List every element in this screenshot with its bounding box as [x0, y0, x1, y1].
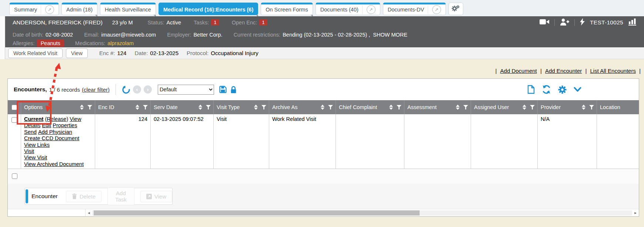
filter-icon[interactable]: [328, 105, 333, 109]
header-cell-location[interactable]: Location: [597, 100, 639, 114]
medications-label: Medications:: [75, 40, 105, 46]
option-visit-link[interactable]: Visit: [24, 148, 34, 154]
option-view-link[interactable]: View: [70, 116, 81, 122]
open-enc-label: Open Enc:: [232, 20, 257, 26]
add-document-link[interactable]: Add Document: [500, 68, 537, 74]
divider: [554, 19, 555, 26]
option-view-links-link[interactable]: View Links: [24, 142, 50, 148]
header-cell-enc-id[interactable]: Enc ID: [95, 100, 151, 114]
option-release-link[interactable]: (Release): [45, 116, 68, 122]
header-icons: [198, 105, 211, 110]
open-enc-badge[interactable]: 1: [259, 19, 267, 26]
sort-icon[interactable]: [456, 105, 460, 110]
bar-chart-icon[interactable]: [628, 18, 637, 27]
sort-icon[interactable]: [254, 105, 258, 110]
status-value: Active: [167, 20, 181, 26]
save-view-icon[interactable]: [219, 86, 227, 93]
show-more-link[interactable]: SHOW MORE: [373, 32, 407, 38]
restrictions-value: Bending (02-13-2025 - 02-28-2025) ,: [283, 32, 370, 38]
tab-admin[interactable]: Admin (18): [61, 3, 97, 15]
sort-icon[interactable]: [136, 105, 139, 110]
filter-icon[interactable]: [589, 105, 594, 109]
chevron-right-icon[interactable]: ›: [144, 85, 152, 94]
option-view-archived-link[interactable]: View Archived Document: [24, 161, 84, 167]
option-details-link[interactable]: Details: [24, 122, 40, 128]
header-cell-archive-as[interactable]: Archive As: [269, 100, 336, 114]
tab-on-screen-forms[interactable]: On Screen Forms: [261, 3, 313, 15]
tab-summary[interactable]: Summary ↗: [9, 3, 59, 15]
filter-icon[interactable]: [397, 105, 401, 109]
external-link-icon[interactable]: ↗: [432, 5, 441, 14]
header-cell-serv-date[interactable]: Serv Date: [151, 100, 214, 114]
column-label: Location: [600, 104, 620, 110]
header-cell-assessment[interactable]: Assessment: [404, 100, 471, 114]
add-person-icon[interactable]: [560, 18, 569, 27]
lightning-icon[interactable]: [580, 18, 585, 27]
scroll-right-arrow[interactable]: ►: [632, 211, 639, 215]
tab-documents[interactable]: Documents (40) ↗: [316, 3, 380, 15]
option-properties-link[interactable]: Properties: [53, 122, 77, 128]
filter-icon[interactable]: [87, 105, 92, 109]
medication-value[interactable]: alprazolam: [107, 40, 134, 46]
work-related-visit-button[interactable]: Work Related Visit: [8, 48, 63, 58]
external-link-icon[interactable]: ↗: [45, 5, 54, 14]
scroll-left-arrow[interactable]: ◄: [86, 211, 92, 215]
option-add-physician-link[interactable]: Add Physician: [38, 129, 72, 135]
header-cell-assigned-user[interactable]: Assigned User: [471, 100, 538, 114]
header-cell-provider[interactable]: Provider: [538, 100, 597, 114]
tab-medical-record-encounters[interactable]: Medical Record (16):Encounters (6): [159, 3, 258, 15]
option-current-link[interactable]: Current: [24, 116, 43, 122]
encounter-panel-label: Encounter: [31, 193, 58, 200]
gear-icon[interactable]: [558, 85, 567, 94]
tab-summary-ext: ↗: [41, 5, 54, 14]
row-cell-visit-type: Visit: [214, 114, 269, 169]
option-create-ccd-link[interactable]: Create CCD Document: [24, 135, 79, 141]
header-cell-visit-type[interactable]: Visit Type: [214, 100, 269, 114]
row-checkbox[interactable]: [12, 173, 17, 179]
tab-health-surveillance[interactable]: Health Surveillance: [100, 3, 156, 15]
tab-settings-button[interactable]: [448, 3, 463, 15]
sort-icon[interactable]: [80, 105, 84, 110]
option-view-visit-link[interactable]: View Visit: [24, 155, 47, 160]
tasks-badge[interactable]: 1: [211, 19, 219, 26]
new-document-icon[interactable]: [527, 85, 535, 94]
filter-icon[interactable]: [530, 105, 535, 109]
refresh-icon[interactable]: [542, 85, 551, 94]
filter-icon[interactable]: [143, 105, 148, 109]
filter-icon[interactable]: [463, 105, 468, 109]
view-select[interactable]: Default: [158, 85, 214, 95]
view-button[interactable]: View: [66, 48, 88, 58]
video-camera-icon[interactable]: [540, 19, 549, 26]
add-encounter-link[interactable]: Add Encounter: [545, 68, 582, 74]
sort-icon[interactable]: [582, 105, 585, 110]
header-cell-chief-complaint[interactable]: Chief Complaint: [336, 100, 404, 114]
delete-button[interactable]: Delete: [66, 191, 101, 202]
sort-icon[interactable]: [523, 105, 526, 110]
header-cell-options[interactable]: Options: [21, 100, 95, 114]
filter-icon[interactable]: [206, 105, 211, 109]
sort-icon[interactable]: [198, 105, 202, 110]
chevron-left-icon[interactable]: ‹: [133, 85, 141, 94]
sort-icon[interactable]: [321, 105, 324, 110]
tab-documents-dv[interactable]: Documents-DV ↗: [383, 3, 446, 15]
row-cell-serv-date: 02-13-2025 09:07:52: [151, 114, 214, 169]
chevron-down-icon[interactable]: [574, 87, 581, 92]
external-link-icon[interactable]: ↗: [367, 5, 376, 14]
view-encounter-button[interactable]: View: [140, 191, 172, 202]
sort-icon[interactable]: [389, 105, 393, 110]
row-cell-archive-as: Work Related Visit: [269, 114, 336, 169]
undo-icon[interactable]: [122, 85, 130, 94]
clear-filter-link[interactable]: (clear filter): [82, 87, 110, 93]
add-task-button[interactable]: Add Task: [107, 187, 134, 205]
scrollbar-thumb[interactable]: [94, 210, 420, 216]
allergy-badge[interactable]: Peanuts: [37, 40, 64, 47]
option-edit-link[interactable]: Edit: [42, 122, 51, 128]
list-all-encounters-link[interactable]: List All Encounters: [590, 68, 636, 74]
row-checkbox[interactable]: [11, 117, 17, 123]
filter-icon[interactable]: [261, 105, 266, 109]
lock-icon[interactable]: [230, 86, 237, 94]
select-all-checkbox[interactable]: [11, 105, 17, 110]
option-send-link[interactable]: Send: [24, 129, 37, 135]
scrollbar-track[interactable]: [92, 210, 632, 216]
header-icons: [582, 105, 594, 110]
